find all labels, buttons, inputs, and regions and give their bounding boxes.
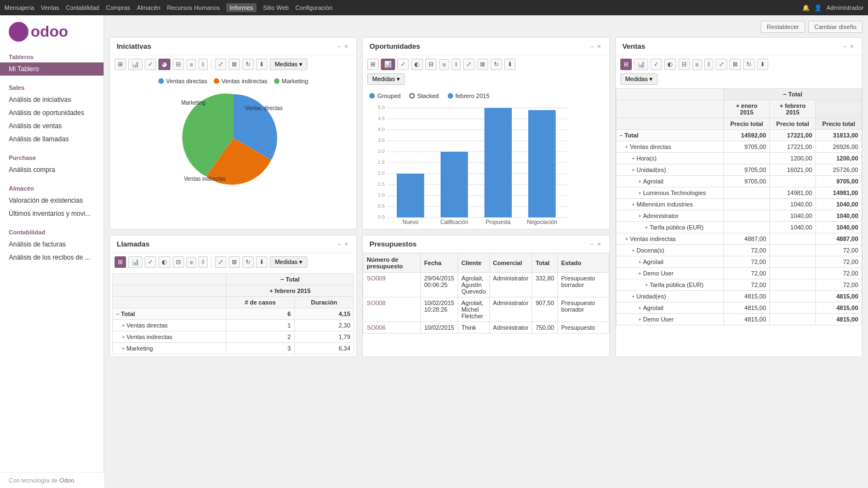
expand-llamadas-vd[interactable]: +: [122, 323, 125, 329]
odoo-footer-link[interactable]: Odoo: [59, 477, 74, 484]
ventas-check-btn[interactable]: ✓: [650, 59, 662, 70]
iniciativas-refresh-btn[interactable]: ↻: [242, 59, 254, 70]
sidebar-item-inventarios[interactable]: Últimos inventarios y movi...: [0, 207, 104, 220]
oportunidades-minimize[interactable]: −: [589, 43, 596, 50]
iniciativas-list-btn[interactable]: ≡: [186, 59, 196, 70]
llamadas-download-btn[interactable]: ⬇: [256, 256, 267, 268]
nav-rrhh[interactable]: Recursos Humanos: [167, 4, 220, 11]
presupuestos-close[interactable]: ×: [596, 240, 603, 248]
iniciativas-measures-btn[interactable]: Medidas: [270, 59, 307, 70]
expand-demo2[interactable]: +: [638, 317, 642, 323]
ventas-refresh-btn[interactable]: ↻: [743, 59, 755, 70]
sidebar-item-recibos[interactable]: Análisis de los recibos de ...: [0, 251, 104, 264]
ventas-list-btn[interactable]: ≡: [692, 59, 702, 70]
presupuestos-cell-so006-num[interactable]: SO006: [363, 322, 421, 334]
presupuestos-cell-so008-num[interactable]: SO008: [363, 297, 421, 322]
expand-agrolait2[interactable]: +: [638, 259, 642, 265]
ventas-measures-btn[interactable]: Medidas: [620, 73, 658, 85]
iniciativas-bar-btn[interactable]: 📊: [128, 59, 142, 70]
sidebar-item-valoracion[interactable]: Valoración de existencias: [0, 194, 104, 207]
expand-agrolait1[interactable]: +: [638, 179, 642, 185]
nav-configuracion[interactable]: Configuración: [295, 4, 333, 11]
expand-tarifa2[interactable]: +: [645, 282, 648, 288]
oportunidades-check-btn[interactable]: ✓: [397, 59, 409, 70]
iniciativas-col-btn[interactable]: ⦀: [198, 59, 208, 70]
iniciativas-check-btn[interactable]: ✓: [145, 59, 156, 70]
ventas-download-btn[interactable]: ⬇: [757, 59, 768, 70]
expand-unidades2[interactable]: +: [632, 294, 635, 300]
expand-unidades1[interactable]: +: [632, 167, 635, 173]
bell-icon[interactable]: 🔔: [802, 4, 810, 12]
expand-total[interactable]: −: [620, 133, 623, 139]
ventas-cross-btn[interactable]: ⊠: [729, 59, 741, 70]
cambiar-diseno-button[interactable]: Cambiar diseño: [808, 21, 863, 33]
expand-demo1[interactable]: +: [638, 271, 642, 277]
restablecer-button[interactable]: Restablecer: [761, 21, 805, 33]
presupuestos-cell-so009-num[interactable]: SO009: [363, 273, 421, 297]
iniciativas-expand-btn[interactable]: ⤢: [215, 59, 226, 70]
llamadas-refresh-btn[interactable]: ↻: [242, 256, 254, 268]
oportunidades-col-btn[interactable]: ⦀: [452, 59, 461, 70]
ventas-expand-btn[interactable]: ⤢: [716, 59, 727, 70]
sidebar-item-analisis-iniciativas[interactable]: Análisis de iniciativas: [0, 93, 104, 106]
llamadas-expand-btn[interactable]: ⤢: [215, 256, 226, 268]
expand-docena[interactable]: +: [632, 248, 635, 254]
llamadas-info-btn[interactable]: ◐: [158, 256, 170, 268]
sidebar-item-mi-tablero[interactable]: Mi Tablero: [0, 62, 104, 76]
ventas-minimize[interactable]: −: [841, 43, 848, 50]
nav-contabilidad[interactable]: Contabilidad: [66, 4, 99, 11]
llamadas-check-btn[interactable]: ✓: [145, 256, 156, 268]
nav-ventas[interactable]: Ventas: [41, 4, 59, 11]
oportunidades-expand-btn[interactable]: ⤢: [463, 59, 475, 70]
ventas-close[interactable]: ×: [848, 43, 855, 50]
llamadas-table-btn[interactable]: ⊞: [115, 256, 126, 268]
oportunidades-grid-btn[interactable]: ⊟: [425, 59, 437, 70]
expand-llamadas-mkt[interactable]: +: [122, 346, 125, 352]
ventas-col-btn[interactable]: ⦀: [704, 59, 713, 70]
llamadas-col-btn[interactable]: ⦀: [198, 256, 208, 268]
ventas-info-btn[interactable]: ◐: [664, 59, 676, 70]
llamadas-minimize[interactable]: −: [335, 240, 342, 248]
nav-informes[interactable]: Informes: [226, 3, 256, 12]
oportunidades-bar-btn[interactable]: 📊: [381, 59, 395, 70]
oportunidades-cross-btn[interactable]: ⊠: [477, 59, 488, 70]
llamadas-cross-btn[interactable]: ⊠: [229, 256, 240, 268]
sidebar-item-analisis-oportunidades[interactable]: Análisis de oportunidades: [0, 106, 104, 119]
llamadas-close[interactable]: ×: [342, 240, 350, 248]
llamadas-bar-btn[interactable]: 📊: [128, 256, 142, 268]
nav-mensajeria[interactable]: Mensajería: [4, 4, 34, 11]
iniciativas-minimize[interactable]: −: [335, 43, 342, 50]
llamadas-grid-btn[interactable]: ⊟: [173, 256, 184, 268]
oportunidades-table-btn[interactable]: ⊞: [367, 59, 379, 70]
expand-llamadas-total[interactable]: −: [116, 311, 119, 317]
presupuestos-minimize[interactable]: −: [589, 240, 596, 248]
oportunidades-close[interactable]: ×: [596, 43, 603, 50]
expand-tarifa1[interactable]: +: [645, 225, 648, 231]
nav-compras[interactable]: Compras: [106, 4, 130, 11]
expand-llamadas-vi[interactable]: +: [122, 334, 125, 340]
user-icon[interactable]: 👤: [814, 4, 822, 12]
expand-luminous[interactable]: +: [638, 190, 642, 196]
ventas-table-btn[interactable]: ⊞: [620, 59, 632, 70]
sidebar-item-analisis-llamadas[interactable]: Análisis de llamadas: [0, 133, 104, 146]
iniciativas-cross-btn[interactable]: ⊠: [229, 59, 240, 70]
oportunidades-list-btn[interactable]: ≡: [439, 59, 449, 70]
llamadas-measures-btn[interactable]: Medidas: [270, 256, 307, 268]
iniciativas-table-btn[interactable]: ⊞: [115, 59, 126, 70]
iniciativas-close[interactable]: ×: [342, 43, 350, 50]
nav-sitioweb[interactable]: Sitio Web: [263, 4, 289, 11]
oportunidades-refresh-btn[interactable]: ↻: [490, 59, 502, 70]
sidebar-item-facturas[interactable]: Análisis de facturas: [0, 238, 104, 251]
expand-vi[interactable]: +: [625, 236, 629, 242]
expand-agrolait3[interactable]: +: [638, 305, 642, 311]
nav-almacen[interactable]: Almacén: [137, 4, 161, 11]
sidebar-item-analisis-ventas[interactable]: Análisis de ventas: [0, 119, 104, 133]
iniciativas-download-btn[interactable]: ⬇: [256, 59, 267, 70]
expand-millennium[interactable]: +: [632, 202, 635, 208]
ventas-bar-btn[interactable]: 📊: [634, 59, 648, 70]
oportunidades-info-btn[interactable]: ◐: [411, 59, 423, 70]
iniciativas-grid-btn[interactable]: ⊟: [173, 59, 184, 70]
oportunidades-measures-btn[interactable]: Medidas: [367, 73, 405, 85]
expand-horas[interactable]: +: [632, 156, 635, 162]
llamadas-list-btn[interactable]: ≡: [186, 257, 196, 268]
